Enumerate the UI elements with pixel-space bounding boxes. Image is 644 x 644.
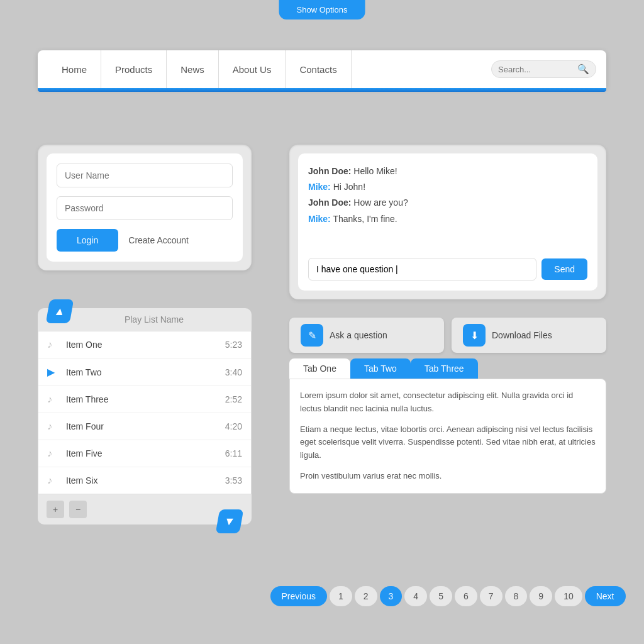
action-buttons: ✎ Ask a question ⬇ Download Files	[289, 318, 606, 353]
send-button[interactable]: Send	[541, 258, 587, 280]
nav-item-products[interactable]: Products	[101, 50, 167, 88]
playlist-item-name-5: Item Five	[66, 448, 219, 458]
playlist-item-5[interactable]: ♪ Item Five 6:11	[38, 440, 251, 467]
password-input[interactable]	[57, 196, 233, 220]
tab-paragraph-2: Etiam a neque lectus, vitae lobortis orc…	[300, 423, 596, 462]
chat-message-3: John Doe: How are you?	[308, 195, 587, 211]
download-files-button[interactable]: ⬇ Download Files	[452, 318, 606, 353]
tab-three-button[interactable]: Tab Three	[411, 358, 478, 379]
show-options-banner[interactable]: Show Options	[279, 0, 365, 19]
playlist-item-duration-1: 5:23	[225, 340, 242, 350]
nav-item-news[interactable]: News	[167, 50, 219, 88]
nav-bar: Home Products News About Us Contacts 🔍	[38, 50, 606, 88]
playlist-item-4[interactable]: ♪ Item Four 4:20	[38, 413, 251, 440]
msg-text-3: How are you?	[353, 197, 408, 208]
playlist-title: Play List Name	[125, 314, 184, 325]
playlist-item-duration-3: 2:52	[225, 394, 242, 404]
pagination-next-button[interactable]: Next	[585, 586, 626, 606]
page-button-8[interactable]: 8	[505, 586, 528, 606]
login-form: Login Create Account	[47, 153, 243, 262]
pagination-prev-button[interactable]: Previous	[270, 586, 327, 606]
playlist-item-duration-5: 6:11	[225, 448, 242, 458]
playlist-item-name-4: Item Four	[66, 421, 219, 431]
nav-item-about[interactable]: About Us	[219, 50, 286, 88]
playlist-up-button[interactable]: ▲	[46, 299, 74, 323]
nav-items: Home Products News About Us Contacts	[48, 50, 491, 88]
pagination: Previous 1 2 3 4 5 6 7 8 9 10 Next	[289, 586, 606, 606]
nav-item-contacts[interactable]: Contacts	[286, 50, 351, 88]
msg-name-mike-1: Mike:	[308, 182, 331, 192]
page-button-1[interactable]: 1	[330, 586, 352, 606]
login-button[interactable]: Login	[57, 229, 118, 252]
create-account-link[interactable]: Create Account	[128, 235, 189, 245]
page-button-10[interactable]: 10	[555, 586, 582, 606]
music-icon-1: ♪	[47, 339, 60, 350]
search-box: 🔍	[491, 60, 596, 78]
ask-question-button[interactable]: ✎ Ask a question	[289, 318, 444, 353]
chat-panel: John Doe: Hello Mike! Mike: Hi John! Joh…	[289, 145, 606, 299]
playlist-item-1[interactable]: ♪ Item One 5:23	[38, 331, 251, 358]
playlist-down-button[interactable]: ▼	[216, 509, 244, 533]
msg-text-2: Hi John!	[333, 182, 365, 192]
chat-inner: John Doe: Hello Mike! Mike: Hi John! Joh…	[298, 153, 597, 291]
music-icon-3: ♪	[47, 394, 60, 405]
chat-message-2: Mike: Hi John!	[308, 179, 587, 195]
download-files-label: Download Files	[492, 330, 552, 340]
page-button-7[interactable]: 7	[480, 586, 502, 606]
playlist-panel: ▲ Play List Name ♪ Item One 5:23 ▶ Item …	[38, 308, 252, 525]
tab-one-button[interactable]: Tab One	[289, 358, 350, 379]
tabs-header: Tab One Tab Two Tab Three	[289, 358, 606, 379]
ask-question-label: Ask a question	[330, 330, 387, 340]
chat-input-row: Send	[308, 258, 587, 280]
page-button-4[interactable]: 4	[404, 586, 427, 606]
playlist-remove-button[interactable]: −	[69, 501, 87, 518]
page-button-6[interactable]: 6	[455, 586, 477, 606]
download-icon: ⬇	[463, 324, 486, 347]
chat-input[interactable]	[308, 258, 536, 280]
playlist-item-6[interactable]: ♪ Item Six 3:53	[38, 467, 251, 494]
chat-message-4: Mike: Thanks, I'm fine.	[308, 211, 587, 227]
tab-content: Lorem ipsum dolor sit amet, consectetur …	[289, 379, 606, 494]
login-panel: Login Create Account	[38, 145, 252, 270]
search-button[interactable]: 🔍	[577, 64, 589, 75]
tab-paragraph-1: Lorem ipsum dolor sit amet, consectetur …	[300, 389, 596, 416]
music-icon-4: ♪	[47, 421, 60, 432]
page-button-2[interactable]: 2	[355, 586, 377, 606]
playlist-header: ▲ Play List Name	[38, 308, 252, 331]
play-icon-2: ▶	[47, 366, 60, 378]
playlist-item-duration-4: 4:20	[225, 421, 242, 431]
playlist-item-2[interactable]: ▶ Item Two 3:40	[38, 358, 251, 386]
search-input[interactable]	[498, 65, 574, 74]
msg-name-mike-2: Mike:	[308, 214, 331, 224]
page-button-3[interactable]: 3	[380, 586, 402, 606]
chat-message-1: John Doe: Hello Mike!	[308, 164, 587, 179]
music-icon-5: ♪	[47, 448, 60, 459]
page-button-5[interactable]: 5	[430, 586, 452, 606]
playlist-footer: + − ▼	[38, 494, 252, 525]
playlist-item-duration-6: 3:53	[225, 475, 242, 486]
playlist-item-name-1: Item One	[66, 340, 219, 350]
msg-name-johndoe-2: John Doe:	[308, 197, 351, 208]
username-input[interactable]	[57, 164, 233, 187]
msg-name-johndoe-1: John Doe:	[308, 166, 351, 176]
music-icon-6: ♪	[47, 475, 60, 486]
login-actions: Login Create Account	[57, 229, 233, 252]
tabs-panel: Tab One Tab Two Tab Three Lorem ipsum do…	[289, 358, 606, 494]
playlist-item-name-6: Item Six	[66, 475, 219, 486]
tab-two-button[interactable]: Tab Two	[350, 358, 411, 379]
tab-paragraph-3: Proin vestibulum varius erat nec mollis.	[300, 470, 596, 483]
nav-item-home[interactable]: Home	[48, 50, 101, 88]
playlist-item-name-2: Item Two	[66, 367, 219, 377]
page-button-9[interactable]: 9	[530, 586, 552, 606]
playlist-item-name-3: Item Three	[66, 394, 219, 404]
msg-text-1: Hello Mike!	[353, 166, 397, 176]
playlist-body: ♪ Item One 5:23 ▶ Item Two 3:40 ♪ Item T…	[38, 331, 252, 494]
ask-question-icon: ✎	[301, 324, 323, 347]
chat-messages: John Doe: Hello Mike! Mike: Hi John! Joh…	[308, 164, 587, 252]
playlist-controls: + −	[47, 501, 87, 518]
msg-text-4: Thanks, I'm fine.	[333, 214, 397, 224]
playlist-item-duration-2: 3:40	[225, 367, 242, 377]
playlist-add-button[interactable]: +	[47, 501, 64, 518]
playlist-item-3[interactable]: ♪ Item Three 2:52	[38, 386, 251, 413]
